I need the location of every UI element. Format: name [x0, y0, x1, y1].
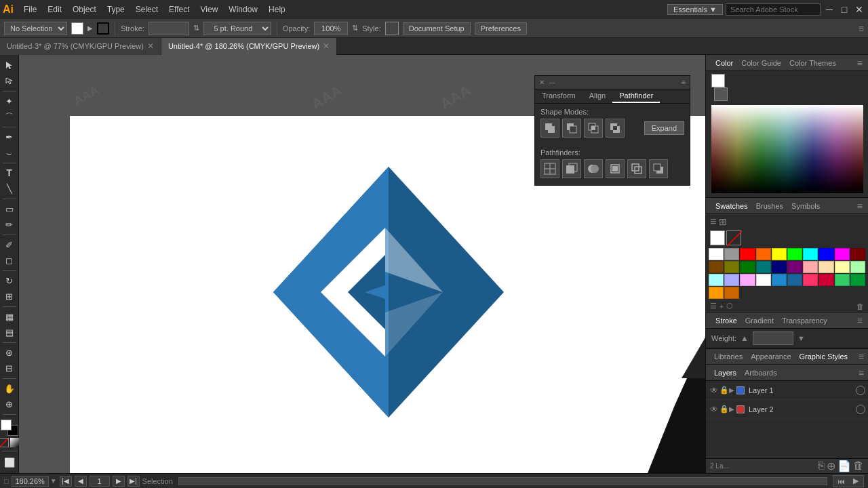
document-setup-button[interactable]: Document Setup — [403, 22, 471, 35]
magic-wand-tool[interactable]: ✦ — [1, 94, 18, 109]
essentials-button[interactable]: Essentials ▼ — [667, 4, 723, 15]
tab-untitled3-close[interactable]: ✕ — [147, 41, 154, 51]
prev-button[interactable]: ◀ — [75, 476, 87, 487]
graph-tool[interactable]: ▦ — [1, 309, 18, 325]
layer2-expand-icon[interactable]: ▶ — [729, 405, 734, 413]
bar-chart-tool[interactable]: ▤ — [1, 325, 18, 341]
menu-help[interactable]: Help — [264, 3, 290, 16]
swatch-cell[interactable] — [772, 261, 787, 273]
direct-selection-tool[interactable] — [1, 74, 18, 89]
opacity-input[interactable] — [314, 22, 348, 35]
tab-libraries[interactable]: Libraries — [710, 352, 747, 361]
trim-button[interactable] — [562, 159, 581, 178]
next-button[interactable]: ▶ — [113, 476, 125, 487]
play-button[interactable]: ▶ — [848, 476, 863, 487]
tab-artboards[interactable]: Artboards — [741, 369, 781, 377]
swatch-cell[interactable] — [835, 274, 850, 286]
swatch-cell[interactable] — [724, 261, 739, 273]
swatch-cell[interactable] — [724, 248, 739, 260]
weight-dropdown-icon[interactable]: ▼ — [797, 334, 805, 342]
delete-swatch-button[interactable]: 🗑 — [856, 302, 864, 310]
tab-swatches[interactable]: Swatches — [711, 202, 752, 210]
hand-tool[interactable]: ✋ — [1, 381, 18, 396]
tab-untitled4[interactable]: Untitled-4* @ 180.26% (CMYK/GPU Preview)… — [161, 38, 337, 55]
menu-view[interactable]: View — [196, 3, 223, 16]
none-swatch-cell[interactable] — [726, 230, 741, 245]
line-tool[interactable]: ╲ — [1, 182, 18, 197]
menu-window[interactable]: Window — [224, 3, 262, 16]
type-tool[interactable]: T — [1, 165, 18, 181]
layer2-target-icon[interactable] — [856, 405, 865, 414]
transform-tool[interactable]: ⊞ — [1, 289, 18, 305]
tab-stroke[interactable]: Stroke — [711, 317, 741, 325]
control-bar-menu-icon[interactable]: ≡ — [859, 23, 864, 34]
swatch-cell[interactable] — [709, 274, 724, 286]
gradient-swatch[interactable] — [10, 438, 20, 447]
tab-symbols[interactable]: Symbols — [787, 202, 824, 210]
pathfinder-close-button[interactable]: ✕ — [539, 79, 545, 86]
new-layer-icon[interactable]: 📄 — [837, 460, 851, 472]
new-layer-from-object-icon[interactable]: ⎘ — [818, 460, 825, 472]
swatch-cell[interactable] — [835, 248, 850, 260]
expand-button[interactable]: Expand — [644, 121, 684, 135]
eraser-tool[interactable]: ◻ — [1, 253, 18, 269]
minus-back-button[interactable] — [649, 159, 668, 178]
tab-untitled3[interactable]: Untitled-3* @ 77% (CMYK/GPU Preview) ✕ — [0, 38, 161, 55]
close-button[interactable]: ✕ — [853, 3, 865, 16]
tab-transparency[interactable]: Transparency — [778, 317, 831, 325]
zoom-dropdown-icon[interactable]: ▼ — [50, 477, 57, 485]
layer1-eye-icon[interactable]: 👁 — [709, 385, 719, 396]
swatch-cell[interactable] — [756, 261, 771, 273]
stroke-width-input[interactable] — [149, 22, 189, 35]
swatch-cell[interactable] — [787, 248, 802, 260]
tab-graphic-styles[interactable]: Graphic Styles — [795, 352, 852, 361]
swatch-cell[interactable] — [740, 261, 755, 273]
tab-color-guide[interactable]: Color Guide — [737, 59, 785, 67]
swatch-cell[interactable] — [803, 261, 818, 273]
swatch-cell[interactable] — [709, 287, 724, 299]
tab-untitled4-close[interactable]: ✕ — [323, 41, 330, 51]
swatch-cell[interactable] — [835, 261, 850, 273]
tab-pathfinder[interactable]: Pathfinder — [612, 89, 660, 103]
pathfinder-menu-button[interactable]: ≡ — [682, 79, 686, 86]
menu-effect[interactable]: Effect — [164, 3, 194, 16]
swatch-cell[interactable] — [818, 274, 833, 286]
menu-edit[interactable]: Edit — [43, 3, 66, 16]
symbol-tool[interactable]: ⊛ — [1, 345, 18, 361]
layers-menu[interactable]: ≡ — [859, 367, 864, 378]
color-panel-menu[interactable]: ≡ — [857, 58, 863, 68]
new-sublayer-icon[interactable]: ⊕ — [827, 460, 835, 472]
swatch-cell[interactable] — [724, 274, 739, 286]
weight-up-icon[interactable]: ▲ — [741, 333, 749, 343]
pen-tool[interactable]: ✒ — [1, 129, 18, 145]
foreground-color-swatch[interactable] — [1, 420, 12, 430]
bg-color-swatch[interactable] — [714, 87, 728, 101]
fg-color-swatch[interactable] — [711, 74, 725, 87]
layer-row-1[interactable]: 👁 🔒 ▶ Layer 1 — [706, 381, 868, 400]
menu-type[interactable]: Type — [102, 3, 130, 16]
layer2-lock-icon[interactable]: 🔒 — [719, 405, 729, 413]
swatch-cell[interactable] — [740, 248, 755, 260]
swatch-cell[interactable] — [818, 261, 833, 273]
swatch-cell[interactable] — [850, 261, 865, 273]
menu-select[interactable]: Select — [131, 3, 163, 16]
swatch-list-view-icon[interactable]: ≡ — [710, 216, 716, 228]
unite-button[interactable] — [540, 119, 559, 138]
canvas-area[interactable]: AAA AAA AAA AAA AAA AAA AAA AAA AAA AAA — [19, 55, 705, 473]
white-swatch[interactable] — [710, 230, 725, 245]
color-display[interactable] — [1, 420, 18, 436]
swatch-cell[interactable] — [850, 274, 865, 286]
stock-search-input[interactable] — [726, 3, 821, 16]
rect-tool[interactable]: ▭ — [1, 201, 18, 217]
minus-front-button[interactable] — [562, 119, 581, 138]
swatches-menu[interactable]: ≡ — [857, 201, 863, 211]
swatch-cell[interactable] — [818, 248, 833, 260]
layer1-expand-icon[interactable]: ▶ — [729, 386, 734, 394]
artboard-tool[interactable]: ⬜ — [1, 455, 18, 470]
prev-page-button[interactable]: |◀ — [60, 476, 72, 487]
menu-object[interactable]: Object — [68, 3, 101, 16]
swatch-cell[interactable] — [709, 261, 724, 273]
lasso-tool[interactable]: ⌒ — [1, 110, 18, 125]
delete-layer-icon[interactable]: 🗑 — [853, 460, 864, 472]
tab-gradient[interactable]: Gradient — [741, 317, 778, 325]
